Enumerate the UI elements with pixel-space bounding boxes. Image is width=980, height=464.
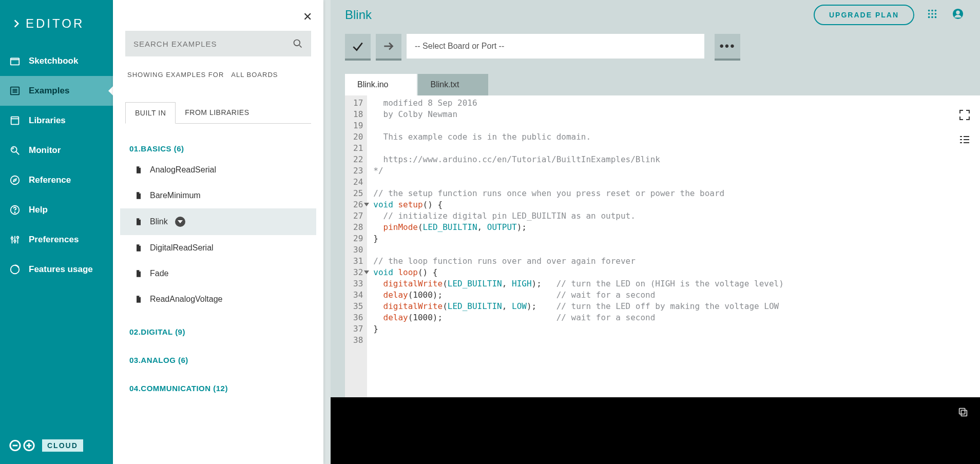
editor-area: Blink.ino Blink.txt 17181920212223242526… bbox=[331, 67, 980, 397]
tree-leaf[interactable]: DigitalReadSerial bbox=[120, 235, 316, 261]
sliders-icon bbox=[9, 234, 21, 245]
tree-category[interactable]: 01.BASICS (6) bbox=[120, 129, 316, 157]
nav-label: Features usage bbox=[29, 264, 93, 275]
svg-point-34 bbox=[931, 16, 933, 18]
copy-output-icon[interactable] bbox=[957, 407, 969, 420]
examples-scope-row: SHOWING EXAMPLES FOR ALL BOARDS bbox=[118, 56, 318, 82]
upload-button[interactable] bbox=[376, 34, 401, 59]
sketch-title: Blink bbox=[345, 8, 372, 22]
nav-label: Examples bbox=[29, 86, 69, 96]
nav-editor-title[interactable]: EDITOR bbox=[0, 5, 113, 46]
nav-libraries[interactable]: Libraries bbox=[0, 106, 113, 136]
svg-line-8 bbox=[16, 152, 20, 155]
folder-icon bbox=[9, 55, 21, 67]
svg-point-28 bbox=[931, 10, 933, 12]
file-tabs: Blink.ino Blink.txt bbox=[345, 74, 980, 95]
svg-point-37 bbox=[956, 11, 959, 14]
svg-point-17 bbox=[14, 240, 16, 242]
tab-built-in[interactable]: BUILT IN bbox=[125, 102, 176, 124]
nav-monitor[interactable]: Monitor bbox=[0, 136, 113, 165]
svg-point-7 bbox=[11, 147, 17, 152]
tree-leaf-label: BareMinimum bbox=[150, 191, 201, 200]
search-input[interactable] bbox=[133, 40, 293, 48]
examples-tabs: BUILT IN FROM LIBRARIES bbox=[125, 102, 311, 124]
svg-marker-10 bbox=[13, 179, 16, 182]
showing-scope[interactable]: ALL BOARDS bbox=[231, 71, 278, 79]
nav-help[interactable]: Help bbox=[0, 195, 113, 225]
monitor-icon bbox=[9, 145, 21, 156]
outline-icon[interactable] bbox=[958, 133, 971, 146]
nav-features-usage[interactable]: Features usage bbox=[0, 255, 113, 284]
nav-label: Help bbox=[29, 205, 48, 215]
tree-category[interactable]: 02.DIGITAL (9) bbox=[120, 312, 316, 340]
examples-panel: ✕ SHOWING EXAMPLES FOR ALL BOARDS BUILT … bbox=[113, 0, 323, 464]
nav-sketchbook[interactable]: Sketchbook bbox=[0, 46, 113, 76]
tree-leaf[interactable]: Fade bbox=[120, 261, 316, 286]
nav-cloud-brand[interactable]: CLOUD bbox=[0, 427, 113, 464]
showing-label: SHOWING EXAMPLES FOR bbox=[127, 71, 224, 79]
svg-rect-5 bbox=[11, 117, 19, 125]
tree-leaf-label: Fade bbox=[150, 269, 168, 278]
library-icon bbox=[9, 115, 21, 126]
compass-icon bbox=[9, 175, 21, 186]
expand-icon[interactable] bbox=[958, 109, 971, 121]
tree-leaf-label: ReadAnalogVoltage bbox=[150, 295, 222, 304]
nav-label: Sketchbook bbox=[29, 56, 78, 66]
apps-grid-icon[interactable] bbox=[925, 6, 940, 24]
tree-category[interactable]: 04.COMMUNICATION (12) bbox=[120, 369, 316, 397]
svg-point-16 bbox=[11, 237, 13, 239]
tree-leaf[interactable]: AnalogReadSerial bbox=[120, 157, 316, 183]
svg-point-31 bbox=[931, 13, 933, 15]
file-tab-active[interactable]: Blink.ino bbox=[345, 74, 417, 95]
tree-leaf[interactable]: ReadAnalogVoltage bbox=[120, 286, 316, 312]
tree-category[interactable]: 03.ANALOG (6) bbox=[120, 340, 316, 369]
arduino-infinity-icon bbox=[7, 438, 37, 453]
nav-examples[interactable]: Examples bbox=[0, 76, 113, 106]
svg-point-12 bbox=[14, 212, 15, 212]
verify-button[interactable] bbox=[345, 34, 371, 59]
nav-label: Preferences bbox=[29, 235, 79, 245]
nav-label: Reference bbox=[29, 175, 71, 185]
svg-line-26 bbox=[299, 45, 301, 47]
code-content[interactable]: modified 8 Sep 2016 by Colby Newman This… bbox=[367, 95, 784, 397]
tab-from-libraries[interactable]: FROM LIBRARIES bbox=[176, 102, 258, 123]
line-gutter: 1718192021222324252627282930313233343536… bbox=[345, 95, 367, 397]
tree-leaf[interactable]: BareMinimum bbox=[120, 183, 316, 208]
header-bar: Blink UPGRADE PLAN bbox=[331, 0, 980, 30]
svg-point-27 bbox=[928, 10, 930, 12]
code-editor[interactable]: 1718192021222324252627282930313233343536… bbox=[345, 95, 980, 397]
examples-tree[interactable]: 01.BASICS (6)AnalogReadSerialBareMinimum… bbox=[118, 124, 318, 464]
output-console[interactable] bbox=[331, 397, 980, 464]
close-icon[interactable]: ✕ bbox=[303, 10, 312, 24]
svg-point-33 bbox=[928, 16, 930, 18]
panel-resize-edge[interactable] bbox=[323, 0, 331, 464]
search-icon bbox=[293, 38, 303, 49]
file-tab-other[interactable]: Blink.txt bbox=[418, 74, 488, 95]
chevron-right-icon bbox=[11, 18, 22, 29]
search-examples-box[interactable] bbox=[125, 31, 311, 56]
tree-leaf-label: DigitalReadSerial bbox=[150, 243, 214, 253]
nav-preferences[interactable]: Preferences bbox=[0, 225, 113, 255]
nav-rail: EDITOR Sketchbook Examples Libraries Mon… bbox=[0, 0, 113, 464]
cloud-badge: CLOUD bbox=[42, 439, 83, 452]
board-select-placeholder: -- Select Board or Port -- bbox=[415, 42, 504, 51]
tool-bar: -- Select Board or Port -- ••• bbox=[331, 30, 980, 67]
upgrade-plan-button[interactable]: UPGRADE PLAN bbox=[814, 5, 914, 25]
chevron-down-icon[interactable] bbox=[175, 217, 185, 227]
main-area: Blink UPGRADE PLAN -- Select Board or Po… bbox=[331, 0, 980, 464]
board-select[interactable]: -- Select Board or Port -- bbox=[407, 34, 704, 59]
tree-leaf[interactable]: Blink bbox=[120, 208, 316, 235]
overflow-menu-button[interactable]: ••• bbox=[715, 34, 740, 59]
svg-point-29 bbox=[935, 10, 937, 12]
svg-point-18 bbox=[17, 237, 19, 239]
tree-leaf-label: AnalogReadSerial bbox=[150, 165, 216, 175]
svg-point-32 bbox=[935, 13, 937, 15]
nav-label: Libraries bbox=[29, 115, 66, 126]
svg-rect-42 bbox=[961, 410, 967, 416]
help-icon bbox=[9, 204, 21, 216]
svg-rect-43 bbox=[959, 409, 965, 414]
svg-point-30 bbox=[928, 13, 930, 15]
account-icon[interactable] bbox=[950, 6, 966, 24]
code-tools bbox=[958, 109, 971, 146]
nav-reference[interactable]: Reference bbox=[0, 165, 113, 195]
